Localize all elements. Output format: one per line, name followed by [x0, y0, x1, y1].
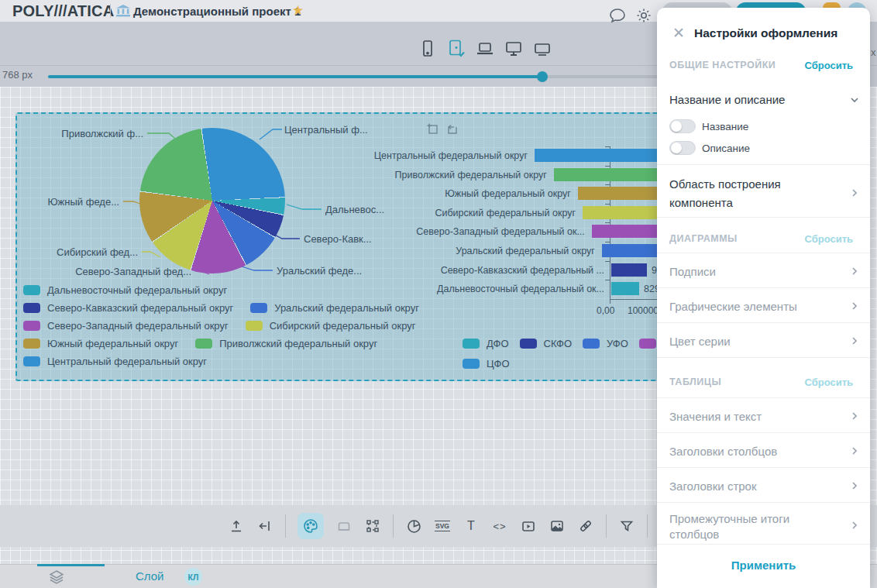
legend-item: ДФО: [463, 338, 509, 349]
chevron-right-icon[interactable]: [850, 411, 859, 421]
legend-item: Сибирский федеральный округ: [246, 320, 416, 332]
legend-swatch: [23, 285, 40, 295]
device-monitor-icon[interactable]: [504, 39, 524, 59]
star-icon[interactable]: ★: [292, 2, 304, 19]
x-tick-label: 0,00: [597, 305, 614, 316]
bar: [611, 263, 647, 277]
container-icon[interactable]: [335, 518, 353, 535]
item-series-color[interactable]: Цвет серии: [669, 335, 731, 348]
item-values-text[interactable]: Значения и текст: [669, 410, 762, 423]
appearance-settings-panel: ✕ Настройки оформления ОБЩИЕ НАСТРОЙКИ С…: [657, 8, 870, 588]
legend-item: Северо-Кавказский федеральный округ: [23, 302, 233, 314]
legend-swatch: [250, 303, 267, 313]
chevron-right-icon[interactable]: [850, 301, 859, 311]
legend-swatch: [23, 356, 40, 366]
device-tablet-icon[interactable]: [446, 39, 466, 59]
selected-component[interactable]: Центральный ф... Дальневос... Северо-Кав…: [15, 112, 677, 381]
legend-swatch: [583, 339, 600, 349]
layers-icon[interactable]: [48, 569, 65, 586]
divider: [110, 4, 111, 18]
legend-item: Приволжский федеральный округ: [195, 338, 377, 349]
item-column-subtotals[interactable]: Промежуточные итоги столбцов: [669, 511, 824, 541]
chevron-right-icon[interactable]: [850, 446, 859, 456]
chevron-right-icon[interactable]: [850, 266, 859, 276]
reset-general-button[interactable]: Сбросить: [804, 60, 853, 71]
bar-row: Северо-Кавказский федеральный ...9: [350, 263, 683, 277]
chevron-right-icon[interactable]: [850, 336, 859, 346]
palette-icon[interactable]: [297, 513, 324, 539]
toggle-title[interactable]: [669, 119, 696, 133]
video-icon[interactable]: [520, 518, 537, 535]
toggle-description[interactable]: [669, 141, 696, 155]
device-laptop-icon[interactable]: [475, 39, 495, 59]
width-slider-fill: [48, 75, 542, 78]
tab-layer[interactable]: Слой: [136, 569, 163, 583]
chevron-right-icon[interactable]: [850, 188, 859, 198]
legend-swatch: [23, 303, 40, 313]
legend-item: Центральный федеральный округ: [23, 356, 207, 367]
device-phone-icon[interactable]: [418, 39, 438, 59]
upload-icon[interactable]: [228, 518, 245, 535]
image-icon[interactable]: [549, 518, 566, 535]
project-title: Демонстрационный проект 1: [133, 5, 301, 18]
toggle-title-label: Название: [702, 121, 748, 132]
bank-icon: [116, 5, 130, 17]
gear-icon[interactable]: [635, 7, 652, 24]
app-logo[interactable]: POLY///ATICA: [12, 2, 114, 20]
pie-callout-label: Северо-Западный фед...: [75, 266, 191, 277]
filter-icon[interactable]: [618, 518, 635, 535]
chevron-right-icon[interactable]: [850, 481, 859, 490]
divider: [647, 514, 648, 538]
legend-item: Северо-Западный федеральный округ: [23, 320, 229, 332]
bar-row: Уральский федеральный округ: [350, 243, 683, 258]
bar-row: Сибирский федеральный округ: [350, 205, 683, 220]
chevron-right-icon[interactable]: [850, 521, 859, 530]
collapse-left-icon[interactable]: [256, 518, 273, 535]
toggle-description-label: Описание: [702, 143, 750, 154]
bar-axis-horizontal: [610, 299, 659, 300]
bar-row: Приволжский федеральный округ: [350, 167, 683, 182]
transform-icon[interactable]: [364, 518, 381, 535]
reset-frame-icon[interactable]: [445, 122, 459, 136]
clipped-px-label: x: [871, 46, 876, 58]
bar: [611, 282, 639, 295]
legend-item: Уральский федеральный округ: [250, 302, 419, 314]
pie-callout-label: Южный феде...: [47, 196, 119, 208]
chevron-down-icon[interactable]: [850, 95, 859, 105]
reset-tables-button[interactable]: Сбросить: [804, 377, 853, 388]
device-tv-icon[interactable]: [532, 39, 552, 59]
bar-row: Южный федеральный округ: [350, 186, 683, 201]
pie-chart: [139, 128, 285, 273]
pie-chart-icon[interactable]: [405, 518, 422, 535]
reset-diagrams-button[interactable]: Сбросить: [804, 233, 853, 245]
divider: [285, 514, 286, 538]
item-labels[interactable]: Подписи: [669, 265, 716, 278]
width-value-label: 768 px: [2, 69, 33, 81]
item-name-description[interactable]: Название и описание: [669, 93, 785, 106]
item-row-headers[interactable]: Заголовки строк: [669, 480, 757, 493]
apply-button[interactable]: Применить: [657, 558, 870, 573]
pie-legend-row: Южный федеральный округ Приволжский феде…: [23, 337, 457, 349]
legend-swatch: [195, 339, 212, 349]
bar-row: Дальневосточный федеральный ок...829: [350, 281, 683, 296]
duplicate-icon[interactable]: [426, 122, 439, 136]
item-graphic-elements[interactable]: Графические элементы: [669, 300, 797, 313]
legend-item: УФО: [583, 338, 628, 349]
bar-row: Центральный федеральный округ: [350, 148, 683, 163]
width-slider-handle[interactable]: [537, 71, 548, 82]
pie-callout-label: Приволжский ф...: [61, 128, 143, 139]
legend-swatch: [639, 339, 656, 349]
code-icon[interactable]: <>: [491, 518, 508, 535]
link-icon[interactable]: [577, 518, 594, 535]
text-icon[interactable]: T: [463, 518, 480, 535]
legend-item: ЦФО: [463, 358, 510, 370]
item-column-headers[interactable]: Заголовки столбцов: [669, 445, 777, 458]
legend-swatch: [520, 339, 537, 349]
apply-bar: Применить: [657, 544, 870, 588]
close-icon[interactable]: ✕: [672, 26, 685, 40]
legend-item: Южный федеральный округ: [23, 338, 178, 349]
svg-icon[interactable]: SVG: [434, 518, 451, 535]
item-build-area[interactable]: Область построения компонента: [669, 175, 828, 212]
divider: [606, 514, 607, 538]
chat-bubble-icon[interactable]: [609, 8, 626, 23]
